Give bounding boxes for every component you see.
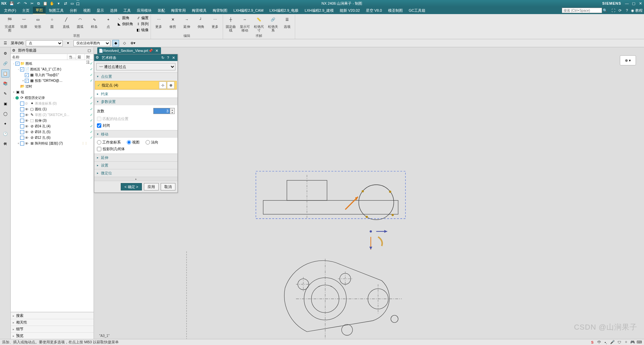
menu-meilei-draft[interactable]: 梅雷制图 — [210, 7, 230, 14]
menu-meilei-mold[interactable]: 梅雷模具 — [189, 7, 209, 14]
menu-analysis[interactable]: 分析 — [67, 7, 80, 14]
trim-button[interactable]: ✕修剪 — [167, 15, 178, 28]
finish-sketch-button[interactable]: 🏁完成草图 — [4, 15, 15, 32]
menu-gc-toolbox[interactable]: GC工具箱 — [406, 7, 428, 14]
tree-row[interactable]: 👁▢圆柱 (1)✓ — [11, 106, 94, 112]
mirror-button[interactable]: ◧镜像 — [136, 27, 149, 33]
section-settings[interactable]: ▸设置 — [94, 162, 177, 169]
apply-button[interactable]: 应用 — [144, 183, 159, 190]
tree-row[interactable]: 👁⊘Ø18 孔 (5)✓ — [11, 129, 94, 135]
menu-file[interactable]: 文件(F) — [1, 7, 19, 14]
tree-row[interactable]: +👁⊞阵列特征 [圆形] (7)⋮⋮ — [11, 140, 94, 146]
ime-keyboard-icon[interactable]: ⌨ — [637, 340, 642, 345]
box-icon[interactable]: ▣ — [1, 100, 9, 108]
menu-assembly[interactable]: 装配 — [155, 7, 168, 14]
rectangle-button[interactable]: ▭矩形 — [32, 15, 44, 28]
chamfer-button[interactable]: ◣倒斜角 — [117, 21, 133, 27]
tree-row[interactable]: ⊘✦基准坐标系 (0)✓ — [11, 101, 94, 106]
snap-icon-2[interactable]: ◇ — [121, 40, 128, 47]
tree-row[interactable]: 👁⊘Ø24 孔 (4)✓ — [11, 123, 94, 129]
tree-row[interactable]: ▦导入的 "Top@1"✓ — [11, 72, 94, 78]
fillet-button[interactable]: ◟圆角 — [117, 15, 133, 21]
menu-view[interactable]: 视图 — [80, 7, 93, 14]
tutorial-button[interactable]: ◉ 教程 — [631, 8, 643, 13]
part-nav-icon[interactable]: 📋 — [1, 69, 9, 77]
menu-lxh-cam[interactable]: LXH编程2.9_CAM — [231, 7, 266, 14]
tools-icon[interactable]: 🛠 — [1, 140, 9, 148]
tree-row[interactable]: +▦投影 "ORTHO@…✓ — [11, 78, 94, 83]
closed-checkbox[interactable] — [97, 123, 101, 128]
section-extend[interactable]: ▸延伸 — [94, 154, 177, 161]
copy-icon[interactable]: ⧉ — [36, 1, 41, 6]
tree-row[interactable]: 📂过时 — [11, 83, 94, 89]
fixed-curve-button[interactable]: ┼固定曲线 — [225, 15, 236, 32]
ok-button[interactable]: < 确定 > — [121, 183, 142, 190]
tree-row[interactable]: -⟳模型历史记录✓ — [11, 95, 94, 101]
spline-button[interactable]: ∿样条 — [89, 15, 100, 28]
menu-mosheng[interactable]: 模圣制图 — [385, 7, 406, 14]
ime-icon[interactable]: S — [590, 340, 595, 345]
pattern-button[interactable]: ⫴阵列 — [136, 21, 149, 27]
snap-icon-1[interactable]: ◆ — [112, 40, 119, 47]
filter-icon-1[interactable]: ▾ — [65, 40, 71, 47]
line-button[interactable]: ╱直线 — [60, 15, 72, 28]
nav-close-icon[interactable]: ▢ — [88, 48, 92, 53]
menu-drafting-tools[interactable]: 制图工具 — [46, 7, 66, 14]
section-micropos[interactable]: ▸微定位 — [94, 169, 177, 177]
tree-row[interactable]: 👁⬚拉伸 (3)✓ — [11, 118, 94, 123]
ime-emoji-icon[interactable]: ✧ — [623, 340, 629, 345]
degree-input[interactable] — [153, 108, 170, 114]
more-button-1[interactable]: ⋯更多 — [153, 15, 164, 28]
menu-select[interactable]: 选择 — [107, 7, 120, 14]
cut-icon[interactable]: ✂ — [29, 1, 35, 6]
point-button[interactable]: +点 — [103, 15, 114, 28]
sphere-icon[interactable]: ◯ — [1, 110, 9, 118]
view-orient-control[interactable]: ⊕ ▾ — [620, 55, 636, 65]
history-icon[interactable]: 🕐 — [1, 130, 9, 138]
menu-home[interactable]: 主页 — [19, 7, 32, 14]
radio-view[interactable]: 视图 — [127, 140, 140, 145]
maximize-icon[interactable]: ▢ — [631, 1, 636, 6]
ime-shield-icon[interactable]: 🛡 — [616, 340, 622, 345]
method-select[interactable]: 〰 通过点通过点 — [96, 63, 175, 70]
ime-mode-icon[interactable]: 中 — [596, 340, 602, 345]
col-current[interactable]: 当… — [67, 54, 76, 60]
window-menu[interactable]: 窗口▾ — [76, 1, 82, 6]
nav-dependency-section[interactable]: ▸相关性 — [11, 319, 94, 326]
search-icon[interactable]: 🔍 — [602, 7, 608, 13]
relax-rel-button[interactable]: 🔗松弛关系 — [267, 15, 279, 32]
nav-preview-section[interactable]: ▸预览 — [11, 332, 94, 339]
dialog-reset-icon[interactable]: ↻ — [160, 55, 165, 60]
specify-point-row[interactable]: ✓ 指定点 (4) ⊹ ⊕ — [95, 81, 177, 90]
col-name[interactable]: 名称 — [11, 54, 67, 60]
dialog-collapse-icon[interactable]: ▴ — [94, 177, 177, 181]
corner-button[interactable]: ┘倒角 — [195, 15, 207, 28]
relax-dim-button[interactable]: 📏松弛尺寸 — [253, 15, 265, 32]
show-movable-button[interactable]: ↔显示可移动 — [239, 15, 251, 32]
ime-mic-icon[interactable]: 🎤 — [610, 340, 615, 345]
filter-select-1[interactable]: 点 — [26, 40, 63, 46]
menu-meilei-common[interactable]: 梅雷常用 — [168, 7, 189, 14]
touch-icon[interactable]: ✋ — [49, 1, 55, 6]
menu-display[interactable]: 显示 — [94, 7, 107, 14]
menu-application[interactable]: 应用模块 — [134, 7, 154, 14]
tree-row[interactable]: 👁⊘Ø12 孔 (6)✓ — [11, 135, 94, 140]
offset-button[interactable]: ⫽偏置 — [136, 15, 149, 21]
circle-button[interactable]: ○圆 — [46, 15, 58, 28]
redo-icon[interactable]: ↷ — [22, 1, 28, 6]
menu-nengxin[interactable]: 能新 V20.02 — [337, 7, 363, 14]
menu-sketch[interactable]: 草图 — [33, 7, 46, 14]
document-tab[interactable]: 📄 Revolved_Section_View.prt 📌 ✕ — [97, 47, 161, 54]
tree-row[interactable]: -📁图纸✓ — [11, 61, 94, 66]
save-icon[interactable]: 💾 — [9, 1, 14, 6]
paste-icon[interactable]: 📋 — [43, 1, 48, 6]
menu-tools[interactable]: 工具 — [121, 7, 133, 14]
menu-lxh-model[interactable]: LXH编程2.9_建模 — [302, 7, 336, 14]
ime-game-icon[interactable]: 🎮 — [630, 340, 635, 345]
nav-search-section[interactable]: ▸搜索 — [11, 312, 94, 319]
nav-detail-section[interactable]: ▸细节 — [11, 326, 94, 332]
tree-row[interactable]: +▣组 — [11, 89, 94, 95]
restore-icon[interactable]: ⟳ — [618, 8, 623, 13]
reuse-lib-icon[interactable]: 📚 — [1, 79, 9, 88]
menu-xingkong[interactable]: 星空 V8.0 — [363, 7, 385, 14]
